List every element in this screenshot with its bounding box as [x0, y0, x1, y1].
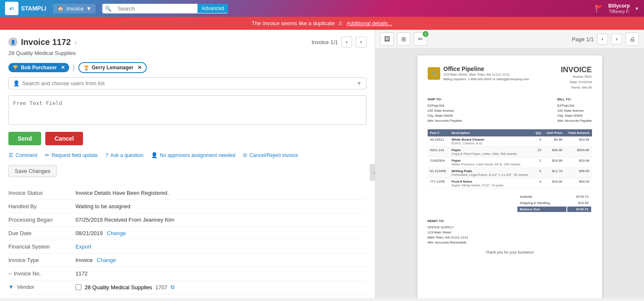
thumbnail-view-button[interactable]: 🖼	[380, 32, 394, 46]
invoice-page-info: Invoice 1/1	[312, 39, 338, 45]
grid-view-button[interactable]: ⊞	[397, 32, 410, 46]
due-date-change-link[interactable]: Change	[107, 230, 126, 236]
request-field-update-label: Request field update	[52, 152, 98, 158]
totals-table: Subtotal $726.73 Shipping & Handling $15…	[517, 193, 592, 213]
cell-part: 21402924	[428, 157, 449, 168]
doc-ship-to-label: SHIP TO:	[428, 97, 462, 102]
annotation-count-badge: 2	[423, 31, 428, 37]
print-icon: 🖨	[629, 36, 635, 42]
remove-gerry-button[interactable]: ✕	[138, 65, 142, 71]
invoice-next-button[interactable]: ›	[356, 37, 366, 47]
grid-icon: ⊞	[401, 36, 406, 42]
viewer-page-info: Page 1/1	[572, 36, 594, 42]
invoice-no-label: ✏ Invoice No.	[8, 270, 75, 277]
table-row: 81-213456 Writing PadsPerforated, Legal …	[428, 168, 592, 178]
vendor-copy-icon[interactable]: ⧉	[171, 284, 174, 291]
invoice-navigation: Invoice 1/1 ‹ ›	[312, 37, 366, 47]
remove-bob-button[interactable]: ✕	[61, 65, 65, 71]
print-button[interactable]: 🖨	[626, 32, 639, 46]
nav-invoice-dropdown[interactable]: 🏠 Invoice ▼	[53, 4, 96, 13]
doc-addresses: SHIP TO: EZPayUSA100 State AvenueCity, S…	[428, 97, 592, 123]
comment-label: Comment	[16, 152, 37, 158]
invoice-no-value: 1172	[75, 270, 366, 277]
invoice-header: 👤 Invoice 1172 ↓ Invoice 1/1 ‹ ›	[8, 37, 366, 47]
cell-description: Post-It NotesSuper Sticky Notes, 3"x3", …	[449, 178, 533, 189]
doc-invoice-date: Date: 07/22/19	[561, 80, 592, 85]
invoice-date-label: ✏ Invoice Date	[8, 298, 75, 298]
table-row: 777-21FB Post-It NotesSuper Sticky Notes…	[428, 178, 592, 189]
doc-invoice-terms: Terms: Net 30	[561, 85, 592, 91]
user-search-field[interactable]: 👤 ▼	[8, 77, 366, 89]
stampli-logo-icon: 🏷	[5, 2, 18, 15]
assignee-chip-gerry[interactable]: 🏆 Gerry Lemanager ✕	[78, 62, 147, 73]
action-links-row: ☰ Comment ✏ Request field update ? Ask a…	[8, 152, 366, 158]
processing-value: 07/25/2019 Received From Jeanney Kim	[75, 217, 366, 223]
cell-qty: 15	[533, 147, 544, 157]
doc-logo-icon: 🔧	[428, 67, 440, 80]
person-assign-icon: 👤	[151, 152, 158, 158]
user-search-dropdown-icon[interactable]: ▼	[356, 80, 362, 86]
user-info[interactable]: Billycorp Tiffaney F.	[608, 3, 630, 14]
doc-bill-to-value: EZPayUSA100 State AvenueCity, State 0000…	[557, 103, 592, 123]
annotate-button[interactable]: ✏ 2	[414, 32, 427, 46]
doc-totals: Subtotal $726.73 Shipping & Handling $15…	[428, 193, 592, 213]
user-search-input[interactable]	[22, 80, 356, 86]
shipping-label: Shipping & Handling	[517, 200, 566, 206]
comment-link[interactable]: ☰ Comment	[8, 152, 37, 158]
detail-row-financial: Financial System Export	[8, 240, 366, 254]
detail-row-processing: Processing Began 07/25/2019 Received Fro…	[8, 213, 366, 227]
invoice-type-value: Invoice Change	[75, 257, 366, 263]
no-approvers-link[interactable]: 👤 No approvers assignment needed	[151, 152, 235, 158]
invoice-company-name: 28 Quality Medical Supplies	[8, 50, 366, 56]
vendor-id: 1707	[155, 284, 167, 291]
status-label: Invoice Status	[8, 190, 75, 196]
search-input[interactable]	[114, 4, 197, 13]
balance-due-row: Balance Due $742.72	[517, 207, 591, 212]
free-text-field[interactable]	[8, 95, 366, 125]
request-field-update-link[interactable]: ✏ Request field update	[45, 152, 98, 158]
assignee-chip-bob[interactable]: 🏆 Bob Purchaser ✕	[8, 63, 69, 72]
doc-bill-to: BILL TO: EZPayUSA100 State AvenueCity, S…	[557, 97, 592, 123]
cancel-reject-link[interactable]: ⊘ Cancel/Reject invoice	[243, 152, 298, 158]
doc-bill-to-label: BILL TO:	[557, 97, 592, 102]
invoice-prev-button[interactable]: ‹	[341, 37, 352, 47]
warning-icon: ⚠	[338, 20, 343, 26]
cell-description: PaperCopy & Print Paper, Letter, 20lb, 5…	[449, 147, 533, 157]
doc-company-block: Office Pipeline 123 Main Street, Main To…	[444, 65, 530, 81]
processing-label: Processing Began	[8, 217, 75, 223]
vendor-collapse-icon[interactable]: ▼	[8, 284, 14, 290]
assignees-row: 🏆 Bob Purchaser ✕ } 🏆 Gerry Lemanager ✕	[8, 62, 366, 73]
cell-unit-price: $11.79	[544, 168, 565, 178]
cancel-icon: ⊘	[243, 152, 247, 158]
banner-message: The invoice seems like a duplicate	[252, 20, 335, 26]
cell-description: White Board CleanerEXPO, Cleaner, 8 oz	[449, 136, 533, 147]
download-icon[interactable]: ↓	[74, 39, 77, 45]
pencil-icon: ✏	[8, 271, 12, 276]
invoice-type-change-link[interactable]: Change	[97, 257, 116, 263]
table-row: 94-23511 White Board CleanerEXPO, Cleane…	[428, 136, 592, 147]
vendor-checkbox[interactable]	[75, 284, 81, 290]
save-changes-button[interactable]: Save Changes	[8, 165, 57, 177]
ask-question-link[interactable]: ? Ask a question	[105, 152, 143, 158]
col-qty: Qty	[533, 129, 544, 136]
viewer-prev-button[interactable]: ‹	[597, 34, 608, 44]
financial-export-link[interactable]: Export	[75, 243, 91, 250]
doc-billing-inquiries: Billing Inquiries: 1-888-000-0000 or bil…	[444, 77, 530, 81]
viewer-next-button[interactable]: ›	[611, 34, 622, 44]
cancel-button[interactable]: Cancel	[45, 132, 83, 145]
handled-label: Handled By	[8, 203, 75, 209]
doc-company-name: Office Pipeline	[444, 65, 530, 72]
table-row: 5321-214 PaperCopy & Print Paper, Letter…	[428, 147, 592, 157]
advanced-search-button[interactable]: Advanced	[197, 4, 228, 13]
user-company: Billycorp	[608, 3, 630, 9]
comment-icon: ☰	[8, 152, 13, 158]
send-button[interactable]: Send	[8, 132, 41, 145]
cancel-reject-label: Cancel/Reject invoice	[249, 152, 298, 158]
additional-details-button[interactable]: Additional details...	[346, 20, 392, 26]
panel-collapse-button[interactable]: ‹	[370, 164, 375, 181]
cell-unit-price: $16.99	[544, 157, 565, 168]
doc-logo: 🔧 Office Pipeline 123 Main Street, Main …	[428, 65, 530, 81]
doc-thank-you: Thank you for your business!	[428, 250, 592, 254]
user-dropdown-icon[interactable]: ▼	[635, 6, 639, 11]
vendor-label: ▼ Vendor	[8, 284, 75, 290]
